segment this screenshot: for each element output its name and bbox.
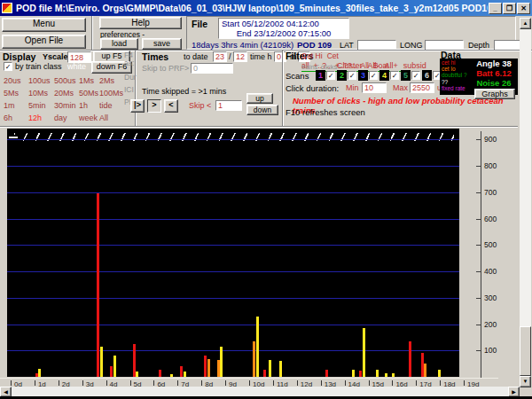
scan-2-checkbox[interactable]: ✓ [348,71,356,80]
f4-option-dur[interactable]: Dur [124,71,139,83]
y-axis-labels: 100200300400500600700800900 [481,129,516,381]
skip-input[interactable] [215,100,242,111]
scale-option-30min[interactable]: 30min [54,101,76,110]
file-dates-box: Start 05/12/2002 04:12:00 End 23/12/2002… [218,18,349,39]
filter-link2-all[interactable]: All- [368,61,379,70]
max-label: Max [393,83,408,92]
step-back-button[interactable]: < [164,99,178,113]
by-train-class-label: by train class [15,62,62,71]
skip-down-button[interactable]: down [246,105,278,115]
menu-button[interactable]: Menu [2,18,86,32]
scale-option-100Ms[interactable]: 100Ms [99,89,123,98]
scale-option-day[interactable]: day [54,113,67,122]
gridline-700 [7,192,459,193]
scale-option-100us[interactable]: 100us [28,76,51,85]
filter-link2-subsid[interactable]: subsid [403,61,426,70]
max-input[interactable] [410,82,434,93]
date-month-input[interactable] [233,51,247,62]
skip-prf-input[interactable] [191,63,233,74]
scale-option-50Ms[interactable]: 50Ms [79,89,98,98]
restore-button[interactable]: ❐ [503,3,516,14]
filters-links2-row: ClusterAll-All+subsid [337,60,432,70]
scale-option-1h[interactable]: 1h [79,101,88,110]
x-tick-1d [35,380,35,386]
scale-option-5min[interactable]: 5min [28,101,46,110]
date-day-input[interactable] [213,51,227,62]
scroll-up-button[interactable]: ▲ [520,18,531,29]
vertical-scrollbar-thumb[interactable] [520,326,531,376]
bar [170,374,173,377]
scan-4-checkbox[interactable]: ✓ [390,71,399,80]
data-box: cet hicet lodoubtful ???fixed rate Angle… [440,59,518,95]
vertical-scrollbar-track[interactable] [520,29,531,376]
f10-note: F10 refreshes screen [286,107,365,117]
scan-5-box: 5 [401,70,411,81]
scale-option-500us[interactable]: 500us [54,76,76,85]
y-tick-300 [476,298,481,299]
skip-up-button[interactable]: up [246,93,273,104]
step-first-button[interactable]: |> [130,99,145,113]
minimize-button[interactable]: _ [489,3,502,14]
times-title: Times [142,51,168,62]
graphs-button[interactable]: Graphs [474,89,515,99]
scan-3-box: 3 [358,70,368,81]
by-train-class-checkbox[interactable]: ✓ [4,62,12,71]
data-legend: cet hicet lodoubtful ???fixed rate [442,59,467,91]
bar [256,317,259,377]
scale-option-2Ms[interactable]: 2Ms [99,76,114,85]
y-label-600: 600 [484,215,497,223]
help-button[interactable]: Help [99,17,182,29]
open-file-button[interactable]: Open File [2,35,86,49]
scale-option-week[interactable]: week [79,113,98,122]
bar [269,360,271,377]
bar [409,341,411,377]
x-tick-6d [153,380,154,386]
legend-cet-hi: cet hi [442,59,467,66]
scroll-down-button[interactable]: ▼ [520,376,531,387]
save-button[interactable]: save [142,38,182,50]
scale-option-6h[interactable]: 6h [4,113,12,122]
filter-link2-all[interactable]: All+ [385,61,398,70]
scale-option-5Ms[interactable]: 5Ms [4,89,19,98]
bar [184,372,186,377]
scale-option-10Ms[interactable]: 10Ms [28,89,48,98]
display-title: Display [3,51,35,62]
scale-option-12h[interactable]: 12h [28,113,42,122]
scan-1-box: 1 [316,70,325,81]
y-label-200: 200 [484,320,497,329]
scale-option-tide[interactable]: tide [99,101,113,110]
scan-2-box: 2 [337,70,347,81]
scale-option-1m[interactable]: 1m [4,101,15,110]
x-tick-14d [345,380,346,386]
x-tick-2d [59,380,59,386]
filter-link2-cluster[interactable]: Cluster [337,61,363,70]
x-tick-4d [106,380,107,386]
filter-link-cethi[interactable]: Cet Hi [301,51,323,60]
scale-option-1Ms[interactable]: 1Ms [79,76,94,85]
scan-5-checkbox[interactable]: ✓ [411,71,420,80]
scale-option-20Ms[interactable]: 20Ms [54,89,74,98]
file-info-panel: File Start 05/12/2002 04:12:00 End 23/12… [186,16,516,50]
y-tick-500 [476,245,481,246]
scans-row: 1✓2✓3✓4✓5✓6✓ [316,70,443,81]
gridline-100 [7,350,459,351]
white-label: white [67,62,86,71]
hour-input[interactable] [274,51,286,62]
bar [424,364,426,377]
close-button[interactable]: ✕ [517,3,530,14]
y-label-100: 100 [484,346,497,355]
app-icon [2,3,12,13]
scale-option-20us[interactable]: 20us [4,76,21,85]
step-forward-button[interactable]: > [147,99,161,113]
min-input[interactable] [362,82,387,93]
scan-3-checkbox[interactable]: ✓ [369,71,378,80]
plot-area [7,129,459,377]
load-button[interactable]: load [100,38,138,50]
f4-option-ici[interactable]: ICI [124,83,139,96]
f4-as-label: F4 as: [124,51,134,67]
toolbar-divider [91,16,93,50]
x-tick-3d [82,380,83,386]
bar [325,370,328,377]
scan-1-checkbox[interactable]: ✓ [326,71,335,80]
scale-option-All[interactable]: All [99,113,108,122]
